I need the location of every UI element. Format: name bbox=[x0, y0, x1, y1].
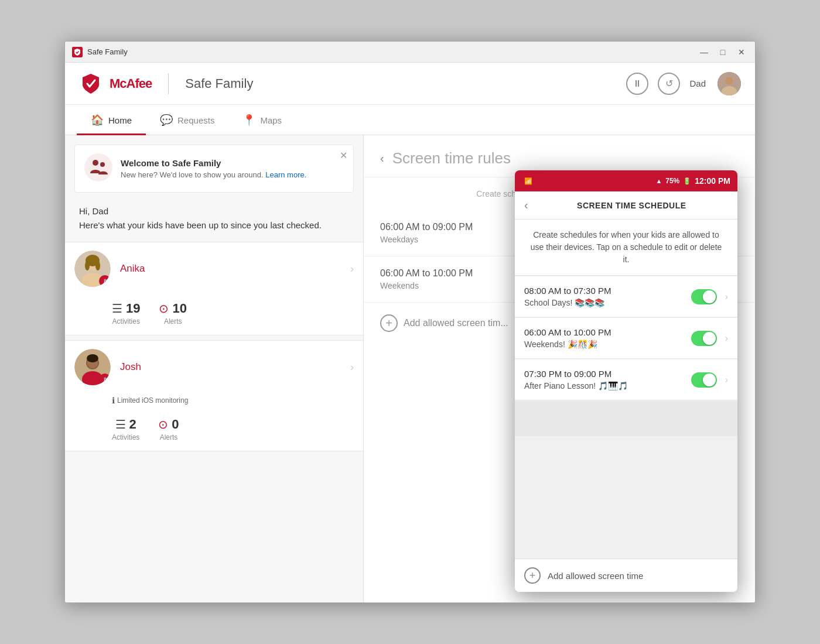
home-icon: 🏠 bbox=[91, 114, 104, 126]
mobile-schedule-1-label: Weekends! 🎉🎊🎉 bbox=[524, 340, 691, 349]
refresh-button[interactable]: ↺ bbox=[658, 73, 680, 95]
josh-ios-notice: ℹ Limited iOS monitoring bbox=[65, 393, 363, 411]
status-battery-pct: 75% bbox=[665, 177, 679, 185]
welcome-title: Welcome to Safe Family bbox=[121, 158, 306, 168]
svg-point-5 bbox=[93, 160, 98, 166]
tab-requests-label: Requests bbox=[177, 115, 214, 125]
mobile-schedule-0-time: 08:00 AM to 07:30 PM bbox=[524, 286, 691, 296]
left-panel: Welcome to Safe Family New here? We'd lo… bbox=[65, 135, 364, 602]
status-wifi: 📶 bbox=[524, 177, 532, 185]
window-controls: — □ ✕ bbox=[698, 46, 748, 59]
anika-chevron-icon: › bbox=[350, 263, 354, 275]
logo-divider bbox=[168, 73, 169, 94]
mobile-chevron-0-icon: › bbox=[725, 292, 728, 302]
mobile-chevron-1-icon: › bbox=[725, 333, 728, 344]
josh-chevron-icon: › bbox=[350, 361, 354, 374]
nav-bar: 🏠 Home 💬 Requests 📍 Maps bbox=[65, 105, 755, 135]
child-header-anika[interactable]: ⏸ Anika › bbox=[65, 242, 363, 295]
tab-maps-label: Maps bbox=[260, 115, 282, 125]
mobile-toggle-2: › bbox=[691, 372, 728, 388]
welcome-banner: Welcome to Safe Family New here? We'd lo… bbox=[74, 145, 354, 193]
greeting-line2: Here's what your kids have been up to si… bbox=[79, 218, 349, 232]
mobile-schedule-2-text: 07:30 PM to 09:00 PM After Piano Lesson!… bbox=[524, 369, 691, 390]
pause-icon: ⏸ bbox=[633, 78, 642, 89]
add-circle-icon: + bbox=[380, 314, 398, 332]
status-battery-icon: 🔋 bbox=[683, 177, 691, 185]
status-signal: ▲ bbox=[655, 177, 662, 184]
requests-icon: 💬 bbox=[160, 114, 173, 126]
anika-activities-label: Activities bbox=[112, 317, 140, 326]
logo-area: McAfee Safe Family bbox=[79, 72, 253, 95]
mobile-spacer bbox=[515, 401, 737, 436]
greeting-line1: Hi, Dad bbox=[79, 204, 349, 218]
mcafee-logo bbox=[79, 72, 102, 95]
app-icon bbox=[72, 47, 83, 57]
anika-alerts-label: Alerts bbox=[164, 317, 182, 326]
josh-avatar: ⏸ bbox=[74, 349, 111, 385]
mobile-schedule-2-time: 07:30 PM to 09:00 PM bbox=[524, 369, 691, 379]
mobile-back-button[interactable]: ‹ bbox=[524, 198, 528, 212]
banner-close-button[interactable]: ✕ bbox=[340, 150, 347, 161]
toggle-1[interactable] bbox=[691, 331, 717, 346]
svg-point-17 bbox=[87, 354, 98, 362]
refresh-icon: ↺ bbox=[665, 78, 673, 89]
mobile-add-label: Add allowed screen time bbox=[548, 571, 643, 581]
titlebar: Safe Family — □ ✕ bbox=[65, 42, 755, 63]
toggle-2[interactable] bbox=[691, 372, 717, 388]
titlebar-title: Safe Family bbox=[87, 47, 698, 56]
mobile-nav: ‹ SCREEN TIME SCHEDULE bbox=[515, 191, 737, 220]
info-icon: ℹ bbox=[112, 396, 115, 405]
mobile-overlay: 📶 ▲ 75% 🔋 12:00 PM ‹ SCREEN TIME SCHEDUL… bbox=[515, 170, 737, 592]
tab-maps[interactable]: 📍 Maps bbox=[228, 107, 296, 135]
screen-time-title: Screen time rules bbox=[392, 149, 511, 167]
welcome-subtitle: New here? We'd love to show you around. … bbox=[121, 170, 306, 179]
josh-alerts-count: 0 bbox=[172, 417, 179, 432]
mobile-schedule-item-1[interactable]: 06:00 AM to 10:00 PM Weekends! 🎉🎊🎉 › bbox=[515, 318, 737, 359]
child-card-josh: ⏸ Josh › ℹ Limited iOS monitoring ☰ 2 bbox=[65, 340, 363, 451]
mobile-schedule-0-label: School Days! 📚📚📚 bbox=[524, 298, 691, 307]
mobile-schedule-1-time: 06:00 AM to 10:00 PM bbox=[524, 327, 691, 337]
svg-point-12 bbox=[95, 261, 100, 270]
minimize-button[interactable]: — bbox=[698, 46, 710, 59]
tab-home[interactable]: 🏠 Home bbox=[77, 107, 146, 135]
app-header: McAfee Safe Family ⏸ ↺ Dad bbox=[65, 63, 755, 105]
toggle-0[interactable] bbox=[691, 289, 717, 304]
josh-stats: ☰ 2 Activities ⊙ 0 Alerts bbox=[65, 411, 363, 451]
user-label: Dad bbox=[689, 78, 706, 88]
main-window: Safe Family — □ ✕ McAfee Safe Family ⏸ ↺ bbox=[64, 41, 756, 603]
anika-stats: ☰ 19 Activities ⊙ 10 Alerts bbox=[65, 295, 363, 335]
mobile-add-button[interactable]: + Add allowed screen time bbox=[515, 559, 737, 592]
child-card-anika: ⏸ Anika › ☰ 19 Activities bbox=[65, 242, 363, 335]
screen-time-back-button[interactable]: ‹ bbox=[380, 152, 384, 165]
josh-alerts-stat: ⊙ 0 Alerts bbox=[158, 417, 179, 441]
pause-button[interactable]: ⏸ bbox=[626, 73, 648, 95]
anika-avatar: ⏸ bbox=[74, 251, 111, 287]
josh-activities-stat: ☰ 2 Activities bbox=[112, 417, 139, 441]
tab-requests[interactable]: 💬 Requests bbox=[146, 107, 228, 135]
svg-point-6 bbox=[100, 162, 105, 167]
learn-more-link[interactable]: Learn more. bbox=[265, 170, 306, 179]
maps-icon: 📍 bbox=[242, 114, 255, 126]
mobile-schedule-item-0[interactable]: 08:00 AM to 07:30 PM School Days! 📚📚📚 › bbox=[515, 276, 737, 317]
mobile-nav-title: SCREEN TIME SCHEDULE bbox=[535, 201, 728, 210]
brand-name: McAfee bbox=[110, 76, 152, 91]
mobile-toggle-1: › bbox=[691, 331, 728, 346]
josh-alerts-icon: ⊙ bbox=[158, 417, 168, 431]
child-header-josh[interactable]: ⏸ Josh › bbox=[65, 341, 363, 393]
mobile-schedule-item-2[interactable]: 07:30 PM to 09:00 PM After Piano Lesson!… bbox=[515, 359, 737, 400]
josh-activities-count: 2 bbox=[129, 417, 136, 432]
mobile-content: Create schedules for when your kids are … bbox=[515, 220, 737, 559]
mobile-status-bar: 📶 ▲ 75% 🔋 12:00 PM bbox=[515, 170, 737, 191]
josh-alerts-label: Alerts bbox=[160, 433, 178, 441]
status-time: 12:00 PM bbox=[695, 176, 730, 186]
mobile-add-circle-icon: + bbox=[524, 567, 541, 584]
add-screen-time-label: Add allowed screen tim... bbox=[404, 318, 508, 328]
anika-alerts-count: 10 bbox=[172, 301, 186, 316]
welcome-icon bbox=[84, 153, 112, 184]
maximize-button[interactable]: □ bbox=[716, 46, 729, 59]
svg-point-3 bbox=[725, 77, 733, 85]
mobile-toggle-0: › bbox=[691, 289, 728, 304]
mobile-schedule-2-label: After Piano Lesson! 🎵🎹🎵 bbox=[524, 381, 691, 390]
mobile-description: Create schedules for when your kids are … bbox=[515, 220, 737, 276]
close-button[interactable]: ✕ bbox=[735, 46, 748, 59]
